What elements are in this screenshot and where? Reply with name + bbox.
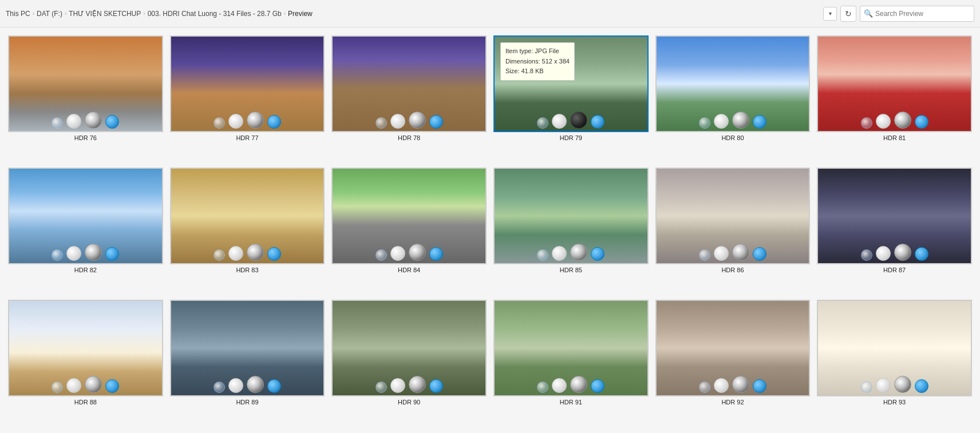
list-item[interactable]: HDR 87 xyxy=(815,165,974,295)
thumbnail-wrap[interactable] xyxy=(170,35,325,132)
hdr-thumbnail xyxy=(818,301,971,395)
white-sphere xyxy=(66,378,81,393)
white-sphere xyxy=(876,114,891,129)
chrome-sphere xyxy=(732,376,749,393)
white-sphere xyxy=(66,114,81,129)
thumbnail-label: HDR 88 xyxy=(74,399,97,406)
search-input[interactable] xyxy=(875,10,967,18)
blue-sphere xyxy=(591,247,604,261)
breadcrumb-dat[interactable]: DAT (F:) xyxy=(37,10,62,18)
blue-sphere xyxy=(753,115,766,129)
refresh-button[interactable]: ↻ xyxy=(840,6,856,22)
breadcrumb-thispc[interactable]: This PC xyxy=(6,10,30,18)
thumbnail-wrap[interactable] xyxy=(655,168,811,264)
glass-sphere xyxy=(699,249,710,261)
glass-sphere xyxy=(376,382,387,393)
blue-sphere xyxy=(915,247,928,261)
spheres-row xyxy=(657,244,809,261)
blue-sphere xyxy=(105,379,119,393)
thumbnail-wrap[interactable] xyxy=(655,300,811,396)
dropdown-button[interactable]: ▾ xyxy=(823,7,837,21)
thumbnail-wrap[interactable] xyxy=(331,168,487,264)
breadcrumb-preview[interactable]: Preview xyxy=(288,10,313,18)
top-bar-right: ▾ ↻ 🔍 xyxy=(823,6,974,22)
hdr-thumbnail xyxy=(9,301,162,395)
list-item[interactable]: HDR 81 xyxy=(815,33,974,163)
thumbnail-label: HDR 90 xyxy=(398,399,420,406)
white-sphere xyxy=(552,114,567,129)
glass-sphere xyxy=(214,382,225,393)
chrome-sphere xyxy=(409,244,426,261)
list-item[interactable]: HDR 84 xyxy=(329,165,489,295)
spheres-row xyxy=(333,112,485,129)
thumbnail-wrap[interactable]: Item type: JPG FileDimensions: 512 x 384… xyxy=(493,35,649,132)
list-item[interactable]: Item type: JPG FileDimensions: 512 x 384… xyxy=(491,33,651,163)
glass-sphere xyxy=(861,117,872,129)
chrome-sphere xyxy=(247,244,264,261)
breadcrumb-library[interactable]: THƯ VIỆN SKETCHUP xyxy=(69,10,141,18)
thumbnail-wrap[interactable] xyxy=(8,168,163,264)
spheres-row xyxy=(333,244,485,261)
glass-sphere xyxy=(376,117,387,129)
list-item[interactable]: HDR 82 xyxy=(6,165,165,295)
thumbnail-wrap[interactable] xyxy=(170,168,325,264)
list-item[interactable]: HDR 85 xyxy=(491,165,651,295)
list-item[interactable]: HDR 88 xyxy=(6,297,165,427)
thumbnail-wrap[interactable] xyxy=(331,300,487,396)
spheres-row xyxy=(9,244,162,261)
blue-sphere xyxy=(105,115,119,129)
glass-sphere xyxy=(537,117,548,129)
list-item[interactable]: HDR 92 xyxy=(653,297,813,427)
list-item[interactable]: HDR 83 xyxy=(168,165,327,295)
list-item[interactable]: HDR 76 xyxy=(6,33,165,163)
list-item[interactable]: HDR 90 xyxy=(329,297,489,427)
glass-sphere xyxy=(537,249,548,261)
glass-sphere xyxy=(52,382,63,393)
thumbnail-wrap[interactable] xyxy=(493,300,649,396)
list-item[interactable]: HDR 77 xyxy=(168,33,327,163)
top-bar: This PC › DAT (F:) › THƯ VIỆN SKETCHUP ›… xyxy=(0,0,980,27)
thumbnail-wrap[interactable] xyxy=(8,35,163,132)
list-item[interactable]: HDR 80 xyxy=(653,33,813,163)
list-item[interactable]: HDR 93 xyxy=(815,297,974,427)
hdr-thumbnail xyxy=(333,37,485,131)
hdr-thumbnail xyxy=(9,37,162,131)
breadcrumb-sep-0: › xyxy=(33,10,34,17)
list-item[interactable]: HDR 86 xyxy=(653,165,813,295)
thumbnail-wrap[interactable] xyxy=(655,35,811,132)
list-item[interactable]: HDR 89 xyxy=(168,297,327,427)
spheres-row xyxy=(657,112,809,129)
thumbnail-wrap[interactable] xyxy=(331,35,487,132)
glass-sphere xyxy=(861,382,872,393)
thumbnail-wrap[interactable] xyxy=(817,300,972,396)
white-sphere xyxy=(552,246,567,261)
thumbnail-label: HDR 79 xyxy=(560,134,582,141)
hdr-thumbnail xyxy=(333,301,485,395)
hdr-thumbnail xyxy=(171,301,324,395)
thumbnail-wrap[interactable] xyxy=(170,300,325,396)
glass-sphere xyxy=(699,117,710,129)
list-item[interactable]: HDR 91 xyxy=(491,297,651,427)
white-sphere xyxy=(714,378,729,393)
thumbnail-label: HDR 84 xyxy=(398,267,420,273)
spheres-row xyxy=(818,244,971,261)
blue-sphere xyxy=(267,115,281,129)
blue-sphere xyxy=(915,379,928,393)
blue-sphere xyxy=(105,247,119,261)
thumbnail-label: HDR 76 xyxy=(74,134,97,141)
chrome-sphere xyxy=(894,244,911,261)
spheres-row xyxy=(657,376,809,393)
chrome-sphere xyxy=(732,112,749,129)
list-item[interactable]: HDR 78 xyxy=(329,33,489,163)
breadcrumb-folder[interactable]: 003. HDRI Chat Luong - 314 Files - 28.7 … xyxy=(148,10,282,18)
thumbnail-wrap[interactable] xyxy=(817,35,972,132)
thumbnail-wrap[interactable] xyxy=(493,168,649,264)
blue-sphere xyxy=(429,247,443,261)
tooltip-type: Item type: JPG File xyxy=(505,47,559,54)
white-sphere xyxy=(714,246,729,261)
white-sphere xyxy=(390,114,405,129)
glass-sphere xyxy=(52,249,63,261)
thumbnail-wrap[interactable] xyxy=(817,168,972,264)
hdr-thumbnail xyxy=(9,169,162,263)
thumbnail-wrap[interactable] xyxy=(8,300,163,396)
